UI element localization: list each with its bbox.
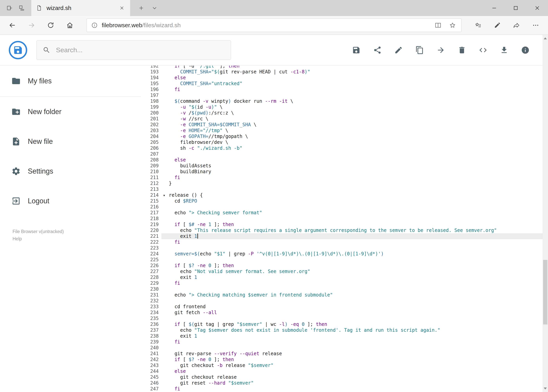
page-scrollbar[interactable]: [542, 35, 548, 392]
code-line-239[interactable]: 239 fi: [141, 339, 548, 345]
code-line-204[interactable]: 204 -e GOPATH=//tmp/gopath \: [141, 133, 548, 139]
code-line-246[interactable]: 246 git reset --hard "$semver": [141, 380, 548, 386]
set-tabs-aside-button[interactable]: [6, 5, 13, 11]
source-code-button[interactable]: [475, 42, 491, 58]
new-tab-button[interactable]: [138, 5, 144, 11]
search-input[interactable]: [56, 46, 225, 54]
rename-button[interactable]: [390, 42, 407, 58]
page-info-icon[interactable]: [91, 22, 98, 28]
code-line-203[interactable]: 203 -e HOME="//tmp" \: [141, 128, 548, 133]
code-line-221[interactable]: 221 exit 1: [141, 233, 548, 239]
code-line-193[interactable]: 193 COMMIT_SHA="$(git rev-parse HEAD | c…: [141, 69, 548, 75]
code-line-213[interactable]: 213: [141, 186, 548, 192]
code-line-207[interactable]: 207: [141, 151, 548, 157]
code-line-230[interactable]: 230: [141, 286, 548, 292]
scroll-down-arrow-icon[interactable]: [544, 387, 547, 389]
scrollbar-thumb[interactable]: [543, 260, 548, 324]
sidebar-item-new-file[interactable]: New file: [0, 127, 141, 156]
code-line-195[interactable]: 195 COMMIT_SHA="untracked": [141, 81, 548, 86]
url-text[interactable]: filebrowser.web/files/wizard.sh: [102, 22, 430, 28]
code-line-194[interactable]: 194 else: [141, 75, 548, 81]
code-line-236[interactable]: 236 if [ $(git tag | grep "$semver" | wc…: [141, 321, 548, 327]
code-editor[interactable]: 192 if [ -d "/.git" ]; then193 COMMIT_SH…: [141, 66, 548, 392]
move-button[interactable]: [433, 42, 449, 58]
code-line-196[interactable]: 196 fi: [141, 86, 548, 92]
sidebar-item-settings[interactable]: Settings: [0, 156, 141, 186]
code-line-241[interactable]: 241 git rev-parse --verify --quiet relea…: [141, 351, 548, 357]
share-button[interactable]: [369, 42, 386, 58]
more-button[interactable]: [526, 16, 545, 35]
download-button[interactable]: [496, 42, 512, 58]
code-line-223[interactable]: 223: [141, 245, 548, 251]
code-line-237[interactable]: 237 echo "Tag $semver does not exist in …: [141, 327, 548, 333]
help-link[interactable]: Help: [13, 235, 141, 243]
web-note-button[interactable]: [488, 16, 507, 35]
code-line-216[interactable]: 216: [141, 204, 548, 210]
code-line-197[interactable]: 197: [141, 92, 548, 98]
copy-button[interactable]: [411, 42, 428, 58]
browser-tab[interactable]: wizard.sh: [31, 0, 130, 16]
code-line-225[interactable]: 225: [141, 257, 548, 263]
code-line-229[interactable]: 229 fi: [141, 280, 548, 286]
code-line-199[interactable]: 199 -u "$(id -u)" \: [141, 104, 548, 110]
maximize-button[interactable]: [505, 0, 527, 16]
code-line-245[interactable]: 245 git checkout release: [141, 374, 548, 380]
save-button[interactable]: [348, 42, 364, 58]
sidebar-item-my-files[interactable]: My files: [0, 66, 141, 97]
code-line-217[interactable]: 217 echo "> Checking semver format": [141, 210, 548, 216]
address-bar[interactable]: filebrowser.web/files/wizard.sh: [86, 18, 462, 32]
code-line-234[interactable]: 234 git fetch --all: [141, 310, 548, 315]
code-line-222[interactable]: 222 fi: [141, 239, 548, 245]
sidebar-item-logout[interactable]: Logout: [0, 186, 141, 216]
code-line-226[interactable]: 226 if [ $? -ne 0 ]; then: [141, 263, 548, 268]
home-button[interactable]: [60, 16, 79, 35]
code-line-202[interactable]: 202 -e COMMIT_SHA=$COMMIT_SHA \: [141, 122, 548, 128]
code-line-200[interactable]: 200 -v /$(pwd):/src:z \: [141, 110, 548, 116]
forward-button[interactable]: [22, 16, 41, 35]
code-line-220[interactable]: 220 echo "This release script requires a…: [141, 227, 548, 233]
search-box[interactable]: [36, 40, 231, 60]
code-line-208[interactable]: 208 else: [141, 157, 548, 163]
code-line-247[interactable]: 247 fi: [141, 386, 548, 392]
code-line-205[interactable]: 205 filebrowser/dev \: [141, 139, 548, 145]
code-line-224[interactable]: 224 semver=$(echo "$1" | grep -P '^v(0|[…: [141, 251, 548, 257]
info-button[interactable]: [517, 42, 534, 58]
sidebar-item-new-folder[interactable]: New folder: [0, 97, 141, 127]
code-line-243[interactable]: 243 git checkout -b release "$semver": [141, 363, 548, 368]
code-line-231[interactable]: 231 echo "> Checking matching $semver in…: [141, 292, 548, 298]
code-line-198[interactable]: 198 $(command -v winpty) docker run --rm…: [141, 98, 548, 104]
code-line-215[interactable]: 215 cd $REPO: [141, 198, 548, 204]
back-button[interactable]: [3, 16, 22, 35]
delete-button[interactable]: [454, 42, 470, 58]
code-line-228[interactable]: 228 exit 1: [141, 274, 548, 280]
close-window-button[interactable]: [527, 0, 548, 16]
code-line-192[interactable]: 192 if [ -d "/.git" ]; then: [141, 66, 548, 69]
code-line-206[interactable]: 206 sh -c "./wizard.sh -b": [141, 145, 548, 151]
code-line-235[interactable]: 235: [141, 315, 548, 321]
code-line-218[interactable]: 218: [141, 216, 548, 222]
favorite-star-button[interactable]: [448, 21, 457, 29]
share-page-button[interactable]: [507, 16, 526, 35]
tab-menu-button[interactable]: [152, 5, 158, 11]
code-line-214[interactable]: 214▾release () {: [141, 192, 548, 198]
code-line-238[interactable]: 238 exit 1: [141, 333, 548, 339]
tab-close-button[interactable]: [118, 5, 125, 12]
app-logo[interactable]: [9, 41, 27, 59]
code-line-212[interactable]: 212}: [141, 181, 548, 186]
hub-button[interactable]: [469, 16, 488, 35]
minimize-button[interactable]: [483, 0, 505, 16]
fold-arrow-icon[interactable]: ▾: [162, 193, 167, 198]
code-line-201[interactable]: 201 -w //src \: [141, 116, 548, 122]
code-line-211[interactable]: 211 fi: [141, 175, 548, 181]
code-line-244[interactable]: 244 else: [141, 368, 548, 374]
code-line-233[interactable]: 233 cd frontend: [141, 304, 548, 310]
refresh-button[interactable]: [41, 16, 60, 35]
code-line-240[interactable]: 240: [141, 345, 548, 351]
code-line-242[interactable]: 242 if [ $? -ne 0 ]; then: [141, 357, 548, 363]
reading-view-button[interactable]: [434, 21, 442, 29]
code-line-227[interactable]: 227 echo "Not valid semver format. See s…: [141, 268, 548, 274]
code-line-209[interactable]: 209 buildAssets: [141, 163, 548, 169]
tabs-set-aside-button[interactable]: [18, 5, 25, 11]
code-line-219[interactable]: 219 if [ $# -ne 1 ]; then: [141, 222, 548, 227]
code-line-210[interactable]: 210 buildBinary: [141, 169, 548, 175]
